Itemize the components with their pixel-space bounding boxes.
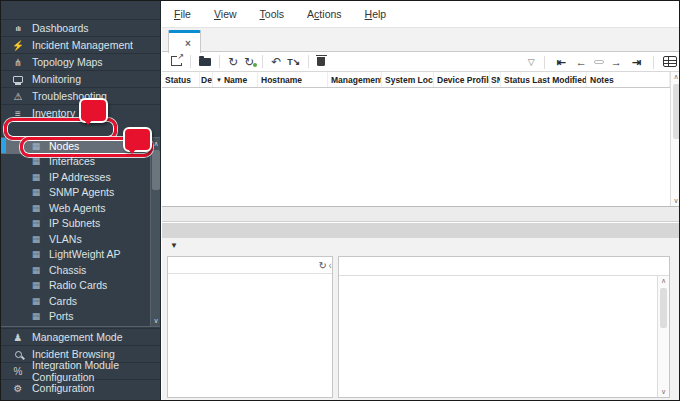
sort-desc-icon: ▼ [216, 77, 222, 83]
menu-help[interactable]: Help [365, 8, 387, 20]
sidebar-item-snmp-agents[interactable]: ▦SNMP Agents [1, 185, 161, 201]
last-page-button[interactable]: ⇥ [629, 56, 644, 69]
delete-button[interactable] [314, 55, 328, 68]
refresh-icon[interactable]: ↻ [319, 260, 327, 271]
scroll-down-icon[interactable]: ∨ [671, 196, 680, 206]
column-header-device-profile[interactable]: Device Profile [434, 72, 490, 87]
scroll-thumb[interactable] [152, 150, 160, 190]
scroll-down-icon[interactable]: ∨ [151, 315, 161, 326]
sidebar-item-label: Web Agents [49, 202, 105, 214]
inventory-submenu-list: ▦Nodes▦Interfaces▦IP Addresses▦SNMP Agen… [1, 138, 161, 327]
chevron-left-icon[interactable]: ‹ [329, 260, 332, 271]
sidebar-item-dashboards[interactable]: ılıDashboards [1, 19, 160, 36]
integration-module-configuration-icon: % [11, 366, 25, 377]
sidebar-item-label: Cards [49, 295, 77, 307]
form-view-icon [663, 56, 677, 67]
column-header-management[interactable]: Management [328, 72, 382, 87]
view-tab-strip: × [162, 28, 680, 52]
column-header-system-location[interactable]: System Location [382, 72, 434, 87]
sidebar-item-label: IP Addresses [49, 171, 111, 183]
table-header-row: StatusDev▼NameHostnameManagementSystem L… [162, 72, 670, 88]
details-scrollbar[interactable]: ∧ ∨ [657, 276, 669, 397]
table-icon: ▦ [30, 249, 42, 259]
column-header-label: Dev [201, 75, 213, 85]
analysis-header[interactable]: ▼ [162, 238, 680, 253]
table-scrollbar[interactable]: ∧ ∨ [670, 72, 680, 206]
main-area: FileViewToolsActionsHelp × ↻ ↻ ↶ [162, 1, 680, 400]
column-header-label: Hostname [261, 75, 302, 85]
menu-actions[interactable]: Actions [307, 8, 341, 20]
sidebar-item-label: Configuration [32, 382, 94, 394]
analysis-panel: ▼ ↻ ‹ ∧ ∨ [162, 238, 680, 401]
column-header-status-last-modified[interactable]: Status Last Modified [501, 72, 587, 87]
next-page-button[interactable]: → [608, 56, 625, 68]
previous-page-button[interactable]: ← [573, 56, 590, 68]
page-range-field[interactable] [594, 60, 604, 64]
sidebar-item-incident-management[interactable]: ⚡Incident Management [1, 36, 160, 53]
scroll-up-icon[interactable]: ∧ [151, 138, 161, 149]
sidebar-item-topology-maps[interactable]: ⋔Topology Maps [1, 53, 160, 70]
table-icon: ▦ [30, 172, 42, 182]
sidebar-item-management-mode[interactable]: ♟Management Mode [1, 328, 161, 345]
scroll-up-icon[interactable]: ∧ [658, 276, 669, 286]
view-toolbar: ↻ ↻ ↶ T↘ ▽ ⇤ ← → ⇥ [162, 52, 680, 72]
first-page-button[interactable]: ⇤ [554, 56, 569, 69]
restore-default-filter-button[interactable]: T↘ [284, 56, 303, 68]
column-header-notes[interactable]: Notes [587, 72, 670, 87]
column-header-name[interactable]: ▼Name [213, 72, 258, 87]
scroll-thumb[interactable] [673, 84, 680, 139]
menu-file[interactable]: File [174, 8, 191, 20]
sidebar-item-cards[interactable]: ▦Cards [1, 293, 161, 309]
menu-tools[interactable]: Tools [260, 8, 285, 20]
open-in-form-button[interactable] [663, 53, 677, 71]
sidebar-item-label: LightWeight AP [49, 248, 121, 260]
topology-maps-icon: ⋔ [11, 57, 25, 68]
sidebar-item-label: Ports [49, 310, 74, 322]
scroll-up-icon[interactable]: ∧ [671, 72, 680, 82]
panel-divider[interactable] [162, 223, 680, 238]
show-view-list-button[interactable] [196, 56, 214, 68]
sidebar-item-radio-cards[interactable]: ▦Radio Cards [1, 278, 161, 294]
sidebar-item-interfaces[interactable]: ▦Interfaces [1, 154, 161, 170]
sidebar-item-vlans[interactable]: ▦VLANs [1, 231, 161, 247]
column-header-label: SNM [491, 75, 501, 85]
scroll-thumb[interactable] [660, 288, 667, 328]
toolbar-separator [653, 56, 654, 69]
sidebar-item-label: Dashboards [32, 22, 89, 34]
close-icon[interactable]: × [185, 38, 191, 49]
node-group-filter-dropdown[interactable]: ▽ [520, 57, 535, 67]
sidebar-item-lightweight-ap[interactable]: ▦LightWeight AP [1, 247, 161, 263]
sidebar-item-ip-addresses[interactable]: ▦IP Addresses [1, 169, 161, 185]
troubleshooting-icon: ⚠ [11, 91, 25, 102]
sidebar-item-integration-module-configuration[interactable]: %Integration Module Configuration [1, 362, 161, 379]
open-in-new-window-button[interactable] [168, 56, 185, 68]
menu-view[interactable]: View [214, 8, 237, 20]
node-summary-header: ↻ [168, 257, 332, 274]
sidebar-item-label: SNMP Agents [49, 186, 114, 198]
annotation-callout-step2-nodes [123, 127, 152, 152]
column-header-status[interactable]: Status [162, 72, 200, 87]
refresh-status-button[interactable]: ↻ [241, 56, 257, 68]
sidebar-item-label: Monitoring [32, 73, 81, 85]
refresh-button[interactable]: ↻ [225, 56, 241, 68]
undo-button[interactable]: ↶ [268, 56, 284, 68]
open-in-new-window-icon [171, 56, 182, 66]
tab-nodes[interactable]: × [168, 30, 201, 53]
column-header-dev[interactable]: Dev [200, 72, 213, 87]
toolbar-separator [190, 55, 191, 68]
sidebar-item-node-sensors[interactable]: ▦Node Sensors [1, 324, 161, 327]
sidebar-item-ports[interactable]: ▦Ports [1, 309, 161, 325]
sidebar-item-chassis[interactable]: ▦Chassis [1, 262, 161, 278]
menu-bar: FileViewToolsActionsHelp [162, 1, 680, 28]
sidebar-item-ip-subnets[interactable]: ▦IP Subnets [1, 216, 161, 232]
sidebar-item-web-agents[interactable]: ▦Web Agents [1, 200, 161, 216]
column-header-hostname[interactable]: Hostname [258, 72, 328, 87]
sidebar-scrollbar[interactable]: ∧ ∨ [150, 138, 161, 326]
app-title [1, 1, 160, 19]
table-icon: ▦ [30, 296, 42, 306]
column-header-snm[interactable]: SNM [490, 72, 501, 87]
toolbar-separator [219, 55, 220, 68]
scroll-down-icon[interactable]: ∨ [658, 387, 669, 397]
sidebar-item-monitoring[interactable]: Monitoring [1, 70, 160, 87]
table-icon: ▦ [30, 141, 42, 151]
